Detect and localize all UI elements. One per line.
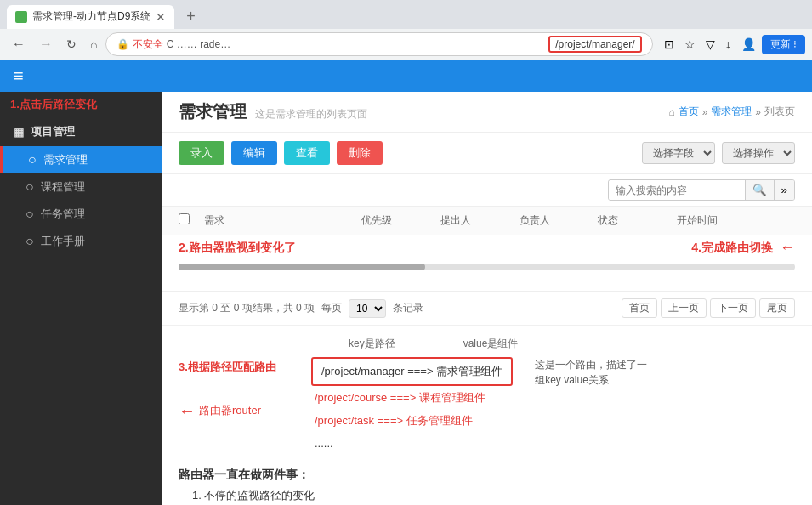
th-priority: 优先级 [361, 213, 440, 228]
sidebar-item-label-tasks: 任务管理 [41, 207, 85, 222]
routes-list: /project/manager ===> 需求管理组件 /project/co… [311, 357, 513, 455]
select-action-dropdown[interactable]: 选择操作 [722, 142, 795, 164]
address-text: C …… rade… [167, 38, 548, 50]
address-highlight: /project/manager/ [548, 36, 641, 53]
address-bar-container: 🔒 不安全 C …… rade… /project/manager/ [105, 32, 652, 56]
annotation-3-area: 3.根据路径匹配路由 ← 路由器router [179, 357, 298, 428]
add-button[interactable]: 录入 [179, 141, 224, 165]
sidebar-item-tasks[interactable]: ○ 任务管理 [0, 201, 162, 228]
delete-button[interactable]: 删除 [337, 141, 383, 165]
refresh-button[interactable]: ↻ [61, 35, 82, 54]
table-body [162, 274, 812, 291]
th-status: 状态 [598, 213, 677, 228]
dot-icon-2: ○ [26, 179, 34, 195]
sidebar-item-label-handbook: 工作手册 [41, 234, 85, 249]
new-tab-button[interactable]: + [179, 6, 202, 27]
forward-button[interactable]: → [34, 34, 58, 54]
annotation-overlay: key是路径 value是组件 3.根据路径匹配路由 ← 路由器router [162, 325, 812, 505]
bold-section: 路由器一直在做两件事： 1. 不停的监视路径的变化 2. 只要路径变化，路由器就… [179, 463, 795, 505]
toolbar-right: 选择字段 选择操作 [642, 142, 795, 164]
search-row: 🔍 » [162, 174, 812, 207]
th-assignee: 负责人 [520, 213, 599, 228]
breadcrumb-section[interactable]: 需求管理 [711, 105, 752, 119]
search-box: 🔍 » [608, 179, 795, 201]
annotation-3: 3.根据路径匹配路由 [179, 360, 276, 373]
th-check [179, 213, 204, 228]
breadcrumb-sep-2: » [755, 106, 761, 118]
annotation-4: 4.完成路由切换 [691, 241, 773, 256]
browser-chrome: 需求管理-动力节点D9系统 ✕ + ← → ↻ ⌂ 🔒 不安全 C …… rad… [0, 0, 812, 60]
sidebar-item-courses[interactable]: ○ 课程管理 [0, 173, 162, 201]
shield-icon[interactable]: ▽ [701, 35, 719, 54]
top-bar: ≡ [0, 60, 812, 92]
search-button[interactable]: 🔍 [745, 180, 774, 200]
bookmark-icon[interactable]: ☆ [680, 35, 700, 54]
sidebar-item-requirements[interactable]: ○ 需求管理 [0, 146, 162, 173]
breadcrumb-sep-1: » [702, 106, 708, 118]
toolbar: 录入 编辑 查看 删除 选择字段 选择操作 [162, 133, 812, 174]
key-value-row: key是路径 value是组件 [349, 334, 795, 354]
sidebar-item-label-requirements: 需求管理 [43, 152, 88, 167]
view-button[interactable]: 查看 [284, 141, 330, 165]
sidebar-section-header[interactable]: ▦ 项目管理 [0, 117, 162, 146]
pagination-right: 首页 上一页 下一页 尾页 [622, 298, 795, 318]
search-input[interactable] [609, 181, 745, 200]
select-all-checkbox[interactable] [179, 213, 190, 224]
dot-icon-1: ○ [28, 152, 37, 167]
home-button[interactable]: ⌂ [85, 35, 102, 54]
router-label: 路由器router [199, 400, 261, 422]
dot-icon-4: ○ [26, 234, 34, 249]
cast-icon[interactable]: ⊡ [660, 35, 679, 54]
dot-icon-3: ○ [26, 207, 34, 222]
tab-title: 需求管理-动力节点D9系统 [32, 9, 150, 24]
grid-icon: ▦ [14, 126, 24, 139]
route-more: ...... [311, 434, 513, 455]
select-field-dropdown[interactable]: 选择字段 [642, 142, 715, 164]
per-page-unit: 条记录 [393, 301, 423, 315]
route-3: /project/task ===> 任务管理组件 [311, 411, 513, 432]
back-button[interactable]: ← [7, 34, 31, 54]
hamburger-icon[interactable]: ≡ [14, 66, 24, 86]
breadcrumb: ⌂ 首页 » 需求管理 » 列表页 [668, 105, 795, 119]
page-subtitle: 这是需求管理的列表页面 [255, 107, 367, 122]
th-starttime: 开始时间 [677, 213, 795, 228]
page-title: 需求管理 [179, 100, 247, 123]
sidebar-item-handbook[interactable]: ○ 工作手册 [0, 228, 162, 255]
content-area: 需求管理 这是需求管理的列表页面 ⌂ 首页 » 需求管理 » 列表页 录入 编辑… [162, 92, 812, 505]
arrow-left-icon: ← [179, 394, 196, 427]
scroll-track [179, 264, 795, 270]
scroll-thumb[interactable] [179, 264, 425, 270]
per-page-select[interactable]: 10 [349, 299, 386, 318]
app-wrapper: ≡ 1.点击后路径变化 ▦ 项目管理 ○ 需求管理 ○ 课程管理 ○ 任务管理 [0, 60, 812, 505]
tab-favicon [15, 11, 27, 23]
active-tab[interactable]: 需求管理-动力节点D9系统 ✕ [7, 5, 174, 29]
lock-icon: 🔒 不安全 [116, 37, 162, 52]
prev-page-button[interactable]: 上一页 [661, 298, 707, 318]
th-submitter: 提出人 [440, 213, 520, 228]
desc-note: 这是一个路由，描述了一组key value关系 [535, 357, 654, 388]
annotation-row-2-4: 2.路由器监视到变化了 4.完成路由切换 ← [162, 235, 812, 260]
main-layout: 1.点击后路径变化 ▦ 项目管理 ○ 需求管理 ○ 课程管理 ○ 任务管理 ○ … [0, 92, 812, 505]
bold-title: 路由器一直在做两件事： [179, 463, 795, 486]
route-row: 3.根据路径匹配路由 ← 路由器router /project/manager … [179, 357, 795, 455]
first-page-button[interactable]: 首页 [622, 298, 657, 318]
item-1: 1. 不停的监视路径的变化 [192, 485, 795, 505]
download-icon[interactable]: ↓ [721, 35, 735, 54]
pagination-info: 显示第 0 至 0 项结果，共 0 项 [179, 301, 315, 315]
update-button[interactable]: 更新 ⁝ [762, 35, 805, 54]
th-requirements: 需求 [204, 213, 361, 228]
pagination-bar: 显示第 0 至 0 项结果，共 0 项 每页 10 条记录 首页 上一页 下一页… [162, 291, 812, 325]
edit-button[interactable]: 编辑 [231, 141, 277, 165]
section-label: 项目管理 [31, 124, 75, 139]
per-page-label: 每页 [321, 301, 342, 315]
next-page-button[interactable]: 下一页 [710, 298, 756, 318]
last-page-button[interactable]: 尾页 [759, 298, 795, 318]
route-2: /project/course ===> 课程管理组件 [311, 388, 513, 409]
breadcrumb-home[interactable]: 首页 [679, 105, 699, 119]
annotation-4-area: 4.完成路由切换 ← [691, 239, 795, 257]
search-expand-button[interactable]: » [774, 180, 794, 200]
annotation-1: 1.点击后路径变化 [0, 92, 162, 117]
profile-icon[interactable]: 👤 [737, 35, 760, 54]
router-label-area: ← 路由器router [179, 394, 298, 427]
tab-close-icon[interactable]: ✕ [156, 10, 166, 24]
